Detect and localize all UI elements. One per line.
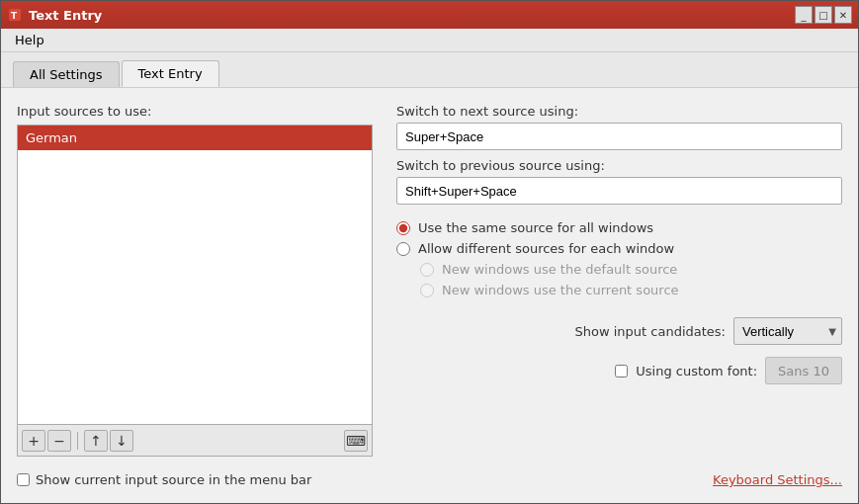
prev-source-label: Switch to previous source using: bbox=[396, 158, 842, 173]
show-candidates-dropdown-wrapper: Vertically Horizontally None ▼ bbox=[733, 317, 842, 345]
font-name-display: Sans 10 bbox=[765, 357, 842, 384]
show-menu-bar-text: Show current input source in the menu ba… bbox=[36, 472, 311, 487]
show-menu-bar-checkbox[interactable] bbox=[17, 473, 30, 486]
radio-default-source-input bbox=[420, 263, 434, 277]
tab-text-entry[interactable]: Text Entry bbox=[122, 60, 219, 87]
radio-same-source-input[interactable] bbox=[396, 221, 410, 235]
minimize-button[interactable]: _ bbox=[795, 6, 813, 24]
prev-source-group: Switch to previous source using: bbox=[396, 158, 842, 205]
keyboard-settings-link[interactable]: Keyboard Settings... bbox=[713, 472, 842, 487]
radio-different-source-label: Allow different sources for each window bbox=[418, 241, 674, 256]
remove-source-button[interactable]: − bbox=[47, 430, 71, 452]
main-area: Input sources to use: German + − ↑ ↓ ⌨ S bbox=[17, 104, 842, 457]
toolbar-separator-1 bbox=[77, 432, 78, 450]
show-candidates-dropdown[interactable]: Vertically Horizontally None bbox=[733, 317, 842, 345]
radio-default-source: New windows use the default source bbox=[420, 262, 842, 277]
title-bar: T Text Entry _ □ ✕ bbox=[1, 1, 858, 29]
menu-bar: Help bbox=[1, 29, 858, 52]
list-toolbar: + − ↑ ↓ ⌨ bbox=[17, 425, 373, 457]
main-content: Input sources to use: German + − ↑ ↓ ⌨ S bbox=[1, 88, 858, 503]
next-source-input[interactable] bbox=[396, 123, 842, 150]
radio-same-source[interactable]: Use the same source for all windows bbox=[396, 220, 842, 235]
move-down-button[interactable]: ↓ bbox=[110, 430, 133, 452]
tabs-bar: All Settings Text Entry bbox=[1, 52, 858, 88]
maximize-button[interactable]: □ bbox=[815, 6, 832, 24]
custom-font-row: Using custom font: Sans 10 bbox=[396, 357, 842, 384]
list-item-german[interactable]: German bbox=[18, 126, 372, 150]
radio-different-source-input[interactable] bbox=[396, 242, 410, 256]
app-icon: T bbox=[7, 7, 23, 23]
show-candidates-label: Show input candidates: bbox=[575, 324, 726, 339]
tab-all-settings[interactable]: All Settings bbox=[13, 61, 120, 87]
next-source-label: Switch to next source using: bbox=[396, 104, 842, 119]
radio-current-source-label: New windows use the current source bbox=[442, 283, 679, 297]
radio-default-source-label: New windows use the default source bbox=[442, 262, 677, 277]
source-radio-group: Use the same source for all windows Allo… bbox=[396, 220, 842, 297]
radio-current-source-input bbox=[420, 284, 434, 297]
show-candidates-row: Show input candidates: Vertically Horizo… bbox=[396, 317, 842, 345]
bottom-bar: Show current input source in the menu ba… bbox=[17, 464, 842, 487]
svg-text:T: T bbox=[11, 11, 18, 21]
move-up-button[interactable]: ↑ bbox=[84, 430, 108, 452]
prev-source-input[interactable] bbox=[396, 177, 842, 205]
close-button[interactable]: ✕ bbox=[834, 6, 852, 24]
radio-current-source: New windows use the current source bbox=[420, 283, 842, 297]
right-panel: Switch to next source using: Switch to p… bbox=[396, 104, 842, 457]
radio-same-source-label: Use the same source for all windows bbox=[418, 220, 653, 235]
input-sources-list[interactable]: German bbox=[17, 125, 373, 425]
add-source-button[interactable]: + bbox=[22, 430, 45, 452]
radio-different-source[interactable]: Allow different sources for each window bbox=[396, 241, 842, 256]
help-menu[interactable]: Help bbox=[7, 31, 52, 49]
custom-font-checkbox[interactable] bbox=[615, 365, 628, 378]
next-source-group: Switch to next source using: bbox=[396, 104, 842, 150]
custom-font-label: Using custom font: bbox=[636, 364, 757, 378]
show-menu-bar-label[interactable]: Show current input source in the menu ba… bbox=[17, 472, 311, 487]
left-panel: Input sources to use: German + − ↑ ↓ ⌨ bbox=[17, 104, 373, 457]
keyboard-preview-button[interactable]: ⌨ bbox=[344, 430, 368, 452]
main-window: T Text Entry _ □ ✕ Help All Settings Tex… bbox=[0, 0, 859, 504]
window-title: Text Entry bbox=[29, 8, 102, 23]
input-sources-label: Input sources to use: bbox=[17, 104, 373, 119]
